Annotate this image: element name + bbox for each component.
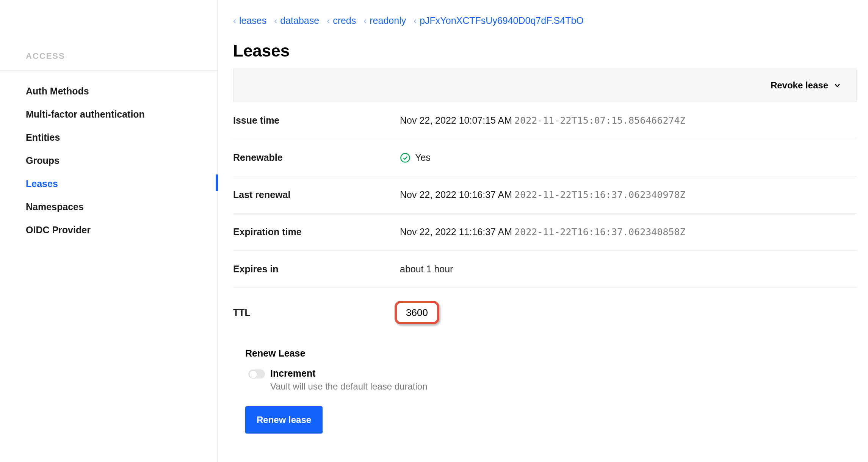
sidebar-item-mfa[interactable]: Multi-factor authentication [0,103,218,126]
sidebar-item-label: Groups [26,155,60,166]
sidebar-item-label: Multi-factor authentication [26,109,145,119]
sidebar-item-namespaces[interactable]: Namespaces [0,195,218,218]
page-title: Leases [233,41,857,60]
row-label: TTL [233,307,400,318]
breadcrumb-item[interactable]: ‹pJFxYonXCTFsUy6940D0q7dF.S4TbO [414,15,584,26]
row-value: Nov 22, 2022 11:16:37 AM 2022-11-22T16:1… [400,226,686,237]
lease-details: Issue time Nov 22, 2022 10:07:15 AM 2022… [233,102,857,434]
breadcrumb: ‹leases ‹database ‹creds ‹readonly ‹pJFx… [233,15,857,26]
sidebar-item-label: Entities [26,132,60,143]
revoke-lease-dropdown[interactable]: Revoke lease [771,80,841,91]
breadcrumb-item[interactable]: ‹creds [327,15,356,26]
check-circle-icon [400,152,410,163]
chevron-down-icon [834,82,841,89]
row-renewable: Renewable Yes [233,139,857,176]
sidebar-item-groups[interactable]: Groups [0,149,218,172]
iso-timestamp: 2022-11-22T16:16:37.062340858Z [514,226,686,237]
row-label: Renewable [233,152,400,163]
chevron-left-icon: ‹ [414,16,417,26]
toolbar: Revoke lease [233,69,857,102]
sidebar-item-leases[interactable]: Leases [0,172,218,195]
sidebar-item-entities[interactable]: Entities [0,126,218,149]
sidebar-item-label: Namespaces [26,201,84,212]
revoke-lease-label: Revoke lease [771,80,828,91]
ttl-input[interactable] [398,305,436,321]
row-value: Nov 22, 2022 10:07:15 AM 2022-11-22T15:0… [400,115,686,126]
increment-row: Increment Vault will use the default lea… [245,368,857,392]
row-value [400,301,439,324]
row-issue-time: Issue time Nov 22, 2022 10:07:15 AM 2022… [233,102,857,139]
svg-point-0 [401,153,409,162]
sidebar-list: Auth Methods Multi-factor authentication… [0,71,218,242]
main: ‹leases ‹database ‹creds ‹readonly ‹pJFx… [218,0,868,462]
row-label: Issue time [233,115,400,126]
row-value: Nov 22, 2022 10:16:37 AM 2022-11-22T15:1… [400,189,686,200]
breadcrumb-item[interactable]: ‹database [274,15,319,26]
row-value: Yes [400,152,431,163]
sidebar-item-auth-methods[interactable]: Auth Methods [0,80,218,103]
sidebar-item-label: Auth Methods [26,86,89,96]
chevron-left-icon: ‹ [327,16,330,26]
renew-section: Renew Lease Increment Vault will use the… [233,337,857,434]
row-expiration-time: Expiration time Nov 22, 2022 11:16:37 AM… [233,214,857,251]
row-label: Expires in [233,264,400,275]
increment-label: Increment [270,368,427,379]
chevron-left-icon: ‹ [363,16,367,26]
sidebar-item-oidc-provider[interactable]: OIDC Provider [0,218,218,242]
renew-lease-button[interactable]: Renew lease [245,406,323,434]
chevron-left-icon: ‹ [274,16,277,26]
row-last-renewal: Last renewal Nov 22, 2022 10:16:37 AM 20… [233,176,857,214]
breadcrumb-item[interactable]: ‹readonly [363,15,406,26]
ttl-highlight [395,301,439,324]
sidebar-heading: ACCESS [0,51,218,71]
iso-timestamp: 2022-11-22T15:16:37.062340978Z [514,189,686,200]
chevron-left-icon: ‹ [233,16,236,26]
row-label: Last renewal [233,189,400,200]
row-expires-in: Expires in about 1 hour [233,251,857,288]
row-ttl: TTL [233,288,857,337]
increment-toggle[interactable] [248,369,265,379]
sidebar-item-label: OIDC Provider [26,225,91,235]
breadcrumb-item[interactable]: ‹leases [233,15,266,26]
row-value: about 1 hour [400,264,453,275]
renew-title: Renew Lease [245,348,857,359]
iso-timestamp: 2022-11-22T15:07:15.856466274Z [514,115,686,126]
increment-help: Vault will use the default lease duratio… [270,381,427,392]
sidebar-item-label: Leases [26,178,58,189]
row-label: Expiration time [233,226,400,237]
sidebar: ACCESS Auth Methods Multi-factor authent… [0,0,218,462]
